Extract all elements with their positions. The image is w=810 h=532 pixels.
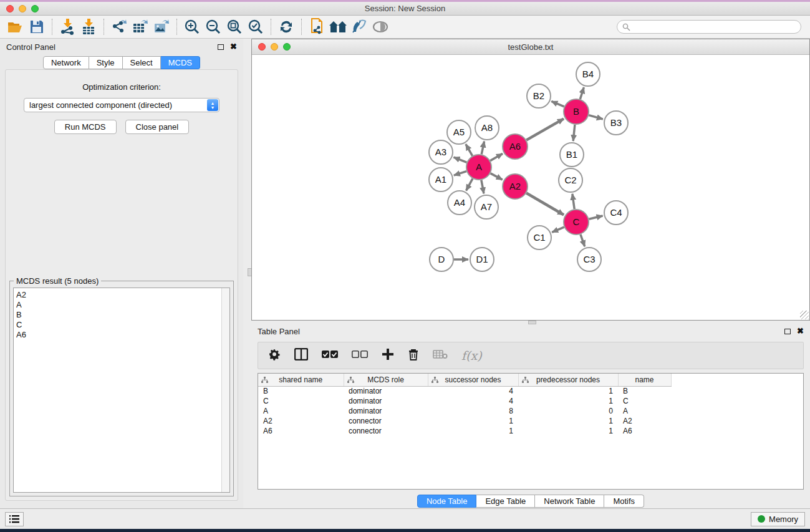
column-header[interactable]: predecessor nodes [518,374,618,386]
window-resize-grip[interactable] [800,311,809,319]
table-cell[interactable]: 4 [428,386,518,396]
zoom-out-icon[interactable] [203,17,224,36]
refresh-icon[interactable] [276,17,297,36]
graph-edge-A-A4[interactable] [466,178,473,190]
table-cell[interactable]: 1 [518,416,618,426]
delete-icon[interactable] [408,348,419,363]
graph-edge-A-A1[interactable] [454,172,466,176]
graph-node-A[interactable]: A [466,155,491,180]
graph-node-B2[interactable]: B2 [527,84,551,108]
table-row[interactable]: Adominator80A [258,406,802,416]
table-cell[interactable]: B [618,386,671,396]
graph-node-C2[interactable]: C2 [559,168,582,192]
graph-edge-C-C4[interactable] [589,216,602,219]
graph-node-A1[interactable]: A1 [429,168,453,191]
graph-edge-A6-B[interactable] [526,118,564,140]
home-icon[interactable] [327,17,349,36]
table-cell[interactable]: 0 [518,406,618,416]
save-session-icon[interactable] [26,17,47,36]
table-cell[interactable]: connector [344,416,428,426]
tab-select[interactable]: Select [123,56,161,69]
graph-node-B[interactable]: B [564,99,589,124]
graph-edge-A-A6[interactable] [490,153,503,160]
criterion-select[interactable]: largest connected component (directed) ▲… [24,98,219,112]
import-network-icon[interactable] [57,17,78,36]
zoom-selected-icon[interactable] [245,17,266,36]
graph-node-B3[interactable]: B3 [604,111,628,135]
show-columns-icon[interactable] [294,348,308,363]
graph-node-D1[interactable]: D1 [470,248,494,271]
zoom-in-icon[interactable] [181,17,203,36]
graph-edge-B-B3[interactable] [589,115,603,119]
graphics-details-icon[interactable] [349,17,370,36]
result-list-item[interactable]: B [16,310,221,320]
table-cell[interactable]: 1 [428,426,518,436]
graph-edge-A-A5[interactable] [466,144,473,156]
graph-node-A6[interactable]: A6 [503,134,528,159]
result-list-item[interactable]: A6 [16,330,221,340]
table-cell[interactable]: C [258,396,344,406]
tab-network-table[interactable]: Network Table [535,495,604,508]
export-table-icon[interactable] [130,17,151,36]
table-row[interactable]: A6connector11A6 [258,426,802,436]
table-cell[interactable]: A6 [618,426,671,436]
float-table-panel-icon[interactable] [784,329,791,334]
graph-node-C3[interactable]: C3 [577,248,601,271]
table-cell[interactable]: 1 [428,416,518,426]
graph-node-A2[interactable]: A2 [503,174,528,199]
graph-node-C1[interactable]: C1 [528,226,551,249]
graph-edge-B-B2[interactable] [551,101,564,106]
table-cell[interactable]: 1 [518,426,618,436]
graph-edge-B-B4[interactable] [580,87,584,99]
result-list-item[interactable]: A [16,300,221,310]
tab-node-table[interactable]: Node Table [417,495,477,508]
table-cell[interactable]: A2 [258,416,344,426]
table-cell[interactable]: A [258,406,344,416]
table-cell[interactable]: dominator [344,406,428,416]
select-all-icon[interactable] [322,350,338,361]
graph-edge-A-A8[interactable] [481,142,484,155]
split-pane-grip[interactable] [528,321,536,324]
node-table[interactable]: shared nameMCDS rolesuccessor nodesprede… [258,373,804,490]
graph-node-A8[interactable]: A8 [475,116,499,140]
import-table-icon[interactable] [78,17,99,36]
table-cell[interactable]: dominator [344,396,428,406]
graph-edge-C-C2[interactable] [572,194,574,209]
graph-node-C4[interactable]: C4 [604,201,628,225]
graph-node-A7[interactable]: A7 [475,195,498,219]
graph-edge-A-A3[interactable] [453,157,466,162]
table-cell[interactable]: connector [344,426,428,436]
graph-node-B4[interactable]: B4 [576,62,600,86]
table-cell[interactable]: 4 [428,396,518,406]
tab-style[interactable]: Style [89,56,123,69]
graph-edge-A-A2[interactable] [491,173,503,180]
graph-node-A4[interactable]: A4 [448,191,471,215]
table-cell[interactable]: dominator [344,386,428,396]
column-header[interactable]: shared name [258,374,344,386]
export-image-icon[interactable] [151,17,172,36]
tab-mcds[interactable]: MCDS [161,56,200,69]
table-row[interactable]: A2connector11A2 [258,416,802,426]
export-network-icon[interactable] [108,17,130,36]
tab-motifs[interactable]: Motifs [604,495,644,508]
column-header[interactable]: MCDS role [344,374,428,386]
result-list-scrollbar[interactable] [221,288,229,492]
table-cell[interactable]: 8 [428,406,518,416]
table-cell[interactable]: 1 [518,396,618,406]
graph-edge-A2-C[interactable] [526,193,564,215]
table-settings-icon[interactable] [268,348,281,363]
add-column-icon[interactable] [382,348,394,363]
result-list-item[interactable]: A2 [16,290,221,300]
graph-edge-B-B1[interactable] [573,125,575,141]
graph-node-A5[interactable]: A5 [447,120,471,144]
table-cell[interactable]: A [618,406,671,416]
column-header[interactable]: successor nodes [428,374,518,386]
float-panel-icon[interactable] [218,44,224,50]
close-table-panel-icon[interactable]: ✖ [797,328,804,334]
graph-node-A3[interactable]: A3 [429,140,453,164]
delete-table-icon[interactable] [433,349,448,362]
table-cell[interactable]: C [618,396,671,406]
network-graph[interactable]: B4B2BB3A8A5A6A3B1AA1C2A2A4A7C4CC1C3DD1 [252,55,809,319]
graph-node-D[interactable]: D [430,248,453,271]
graph-edge-C-C1[interactable] [552,227,564,232]
